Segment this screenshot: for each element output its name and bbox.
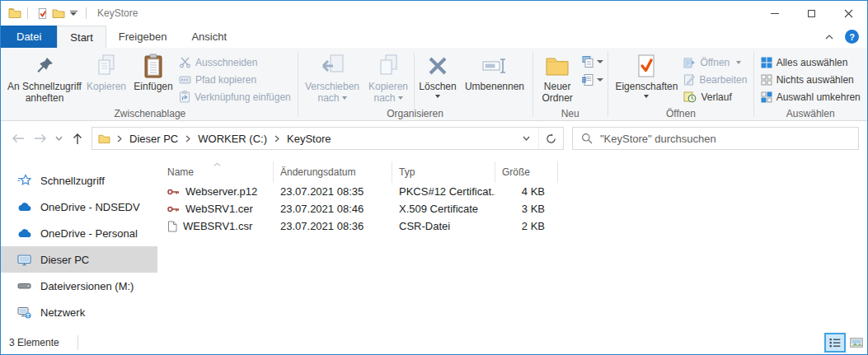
forward-button[interactable] xyxy=(29,128,51,150)
easy-access-button[interactable] xyxy=(581,72,603,87)
chevron-down-icon xyxy=(70,12,77,16)
close-icon xyxy=(844,9,853,18)
delete-button[interactable]: Löschen xyxy=(415,49,461,107)
chevron-down-icon xyxy=(398,96,403,100)
breadcrumb-keystore[interactable]: KeyStore xyxy=(281,128,336,149)
sidebar-label: Netzwerk xyxy=(40,306,85,319)
cut-button[interactable]: Ausschneiden xyxy=(176,54,293,71)
maximize-button[interactable] xyxy=(793,1,830,26)
group-organize: Verschieben nach Kopieren nach Löschen xyxy=(298,48,533,120)
easy-access-icon xyxy=(581,73,594,86)
minimize-icon xyxy=(771,13,779,14)
invert-selection-label: Auswahl umkehren xyxy=(777,91,861,103)
qat-properties-button[interactable] xyxy=(34,4,50,22)
copy-button[interactable]: Kopieren xyxy=(82,49,130,107)
help-button[interactable]: ? xyxy=(845,30,859,44)
search-input[interactable] xyxy=(600,133,850,145)
back-button[interactable] xyxy=(7,128,29,150)
paste-shortcut-button[interactable]: Verknüpfung einfügen xyxy=(176,88,293,105)
file-row-websrv1-csr[interactable]: WEBSRV1.csr 23.07.2021 08:36 CSR-Datei 2… xyxy=(157,217,867,235)
file-type: X.509 Certificate xyxy=(392,203,495,215)
tab-ansicht[interactable]: Ansicht xyxy=(179,26,239,48)
status-bar: 3 Elemente xyxy=(1,331,867,354)
titlebar: KeyStore xyxy=(1,1,867,26)
open-button[interactable]: Öffnen xyxy=(681,54,749,71)
column-header-type[interactable]: Typ xyxy=(392,161,495,183)
file-row-websrv1-cer[interactable]: WebSRV1.cer 23.07.2021 08:46 X.509 Certi… xyxy=(157,200,867,217)
select-all-icon xyxy=(761,57,772,68)
file-row-webserver-p12[interactable]: Webserver.p12 23.07.2021 08:35 PKCS#12 C… xyxy=(157,183,867,200)
minimize-button[interactable] xyxy=(756,1,793,26)
file-type: PKCS#12 Certificat... xyxy=(392,185,495,198)
rename-button[interactable]: Umbenennen xyxy=(461,49,528,107)
select-all-button[interactable]: Alles auswählen xyxy=(758,54,863,71)
edit-button[interactable]: Bearbeiten xyxy=(681,71,749,88)
tab-start[interactable]: Start xyxy=(57,26,106,48)
up-button[interactable] xyxy=(66,128,88,150)
select-none-button[interactable]: Nichts auswählen xyxy=(758,71,863,88)
file-size: 4 KB xyxy=(495,185,558,198)
group-label-open: Öffnen xyxy=(608,108,753,119)
breadcrumb-worker-c[interactable]: WORKER (C:) xyxy=(192,128,273,149)
sidebar-item-dateiversionen[interactable]: Dateiversionen (M:) xyxy=(1,273,157,299)
move-to-button[interactable]: Verschieben nach xyxy=(302,49,363,107)
tab-datei[interactable]: Datei xyxy=(1,26,57,48)
breadcrumb-chevron-icon xyxy=(273,128,281,149)
network-icon xyxy=(17,306,31,319)
sidebar-item-schnellzugriff[interactable]: Schnellzugriff xyxy=(1,167,157,194)
certificate-icon xyxy=(167,188,180,196)
qat-customize-button[interactable] xyxy=(67,4,80,22)
computer-icon xyxy=(17,254,31,266)
invert-selection-button[interactable]: Auswahl umkehren xyxy=(758,88,863,105)
file-name: WebSRV1.cer xyxy=(185,203,253,215)
move-to-label: Verschieben nach xyxy=(305,81,359,104)
file-date: 23.07.2021 08:46 xyxy=(274,203,392,215)
file-name: Webserver.p12 xyxy=(185,185,257,198)
new-item-button[interactable] xyxy=(581,54,603,69)
arrow-right-icon xyxy=(34,133,47,143)
paste-button[interactable]: Einfügen xyxy=(130,49,176,107)
sidebar-item-netzwerk[interactable]: Netzwerk xyxy=(1,299,157,325)
close-button[interactable] xyxy=(830,1,867,26)
sidebar-item-onedrive-ndsedv[interactable]: OneDrive - NDSEDV xyxy=(1,194,157,220)
view-toggles xyxy=(824,331,867,354)
chevron-down-icon xyxy=(342,96,347,100)
group-label-new: Neu xyxy=(533,108,608,119)
thumbnails-view-button[interactable] xyxy=(846,333,867,353)
refresh-button[interactable] xyxy=(538,128,563,149)
tab-freigeben[interactable]: Freigeben xyxy=(106,26,180,48)
quick-access-star-icon xyxy=(17,174,31,187)
address-bar: Dieser PC WORKER (C:) KeyStore xyxy=(1,121,867,156)
qat-new-folder-button[interactable] xyxy=(50,4,67,22)
pin-to-quick-access-button[interactable]: An Schnellzugriff anheften xyxy=(7,49,82,107)
file-size: 2 KB xyxy=(495,220,558,232)
chevron-down-icon xyxy=(435,95,440,98)
properties-button[interactable]: Eigenschaften xyxy=(612,49,681,107)
maximize-icon xyxy=(808,10,815,17)
copy-to-button[interactable]: Kopieren nach xyxy=(363,49,414,107)
window-controls xyxy=(756,1,867,26)
sidebar-item-dieser-pc[interactable]: Dieser PC xyxy=(1,246,157,273)
address-dropdown-button[interactable] xyxy=(514,128,538,149)
copy-path-button[interactable]: Pfad kopieren xyxy=(176,71,293,88)
breadcrumb-dieser-pc[interactable]: Dieser PC xyxy=(124,128,184,149)
group-label-clipboard: Zwischenablage xyxy=(2,108,298,119)
select-none-label: Nichts auswählen xyxy=(777,74,854,86)
column-header-size[interactable]: Größe xyxy=(495,161,558,183)
column-header-date[interactable]: Änderungsdatum xyxy=(274,161,392,183)
history-button[interactable]: Verlauf xyxy=(681,88,749,105)
address-box[interactable]: Dieser PC WORKER (C:) KeyStore xyxy=(91,127,564,150)
column-header-name[interactable]: Name xyxy=(157,161,274,183)
new-item-icon xyxy=(581,55,594,68)
file-date: 23.07.2021 08:35 xyxy=(274,185,392,198)
item-count: 3 Elemente xyxy=(9,337,59,348)
history-icon xyxy=(683,91,697,103)
ribbon-collapse-button[interactable] xyxy=(822,30,837,44)
paste-label: Einfügen xyxy=(134,81,172,92)
delete-icon xyxy=(427,52,448,80)
sidebar-item-onedrive-personal[interactable]: OneDrive - Personal xyxy=(1,220,157,246)
recent-locations-button[interactable] xyxy=(51,128,66,150)
details-view-button[interactable] xyxy=(824,333,846,353)
new-folder-button[interactable]: Neuer Ordner xyxy=(537,49,578,107)
qat-customize-bar xyxy=(70,11,77,12)
